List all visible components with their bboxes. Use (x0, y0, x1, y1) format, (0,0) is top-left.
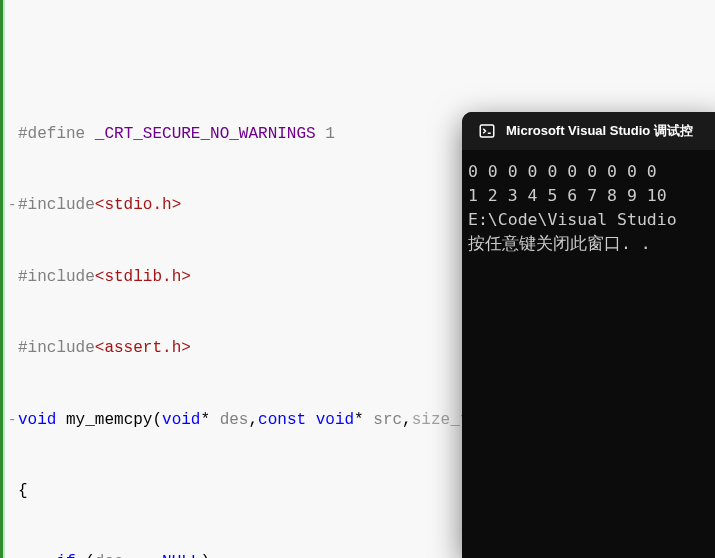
svg-rect-0 (480, 125, 494, 137)
terminal-icon (478, 122, 496, 140)
console-title: Microsoft Visual Studio 调试控 (506, 122, 693, 140)
fold-marker[interactable]: - (8, 409, 16, 433)
console-output[interactable]: 0 0 0 0 0 0 0 0 0 0 1 2 3 4 5 6 7 8 9 10… (462, 150, 715, 266)
output-line: 按任意键关闭此窗口. . (468, 234, 651, 253)
output-line: E:\Code\Visual Studio (468, 210, 677, 229)
output-line: 1 2 3 4 5 6 7 8 9 10 (468, 186, 667, 205)
fold-marker[interactable]: - (8, 194, 16, 218)
debug-console-window[interactable]: Microsoft Visual Studio 调试控 0 0 0 0 0 0 … (462, 112, 715, 558)
console-titlebar[interactable]: Microsoft Visual Studio 调试控 (462, 112, 715, 150)
change-bar-light (3, 0, 5, 558)
output-line: 0 0 0 0 0 0 0 0 0 0 (468, 162, 657, 181)
